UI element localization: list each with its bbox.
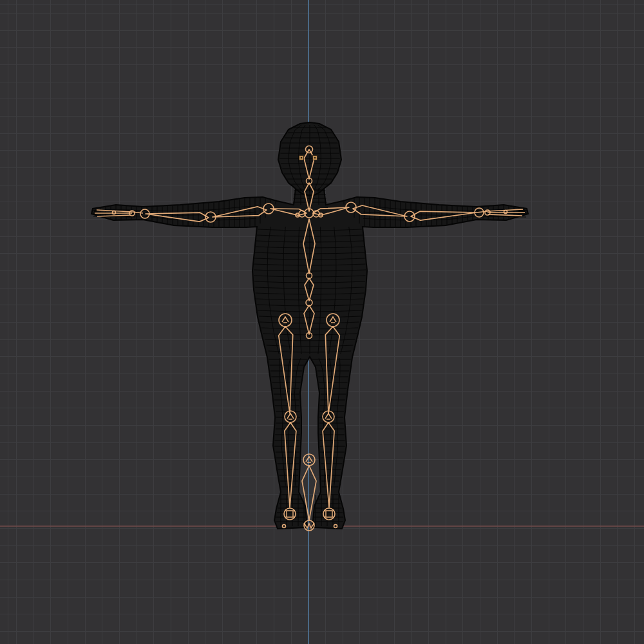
viewport-3d[interactable] [0, 0, 644, 644]
scene-canvas [0, 0, 644, 644]
